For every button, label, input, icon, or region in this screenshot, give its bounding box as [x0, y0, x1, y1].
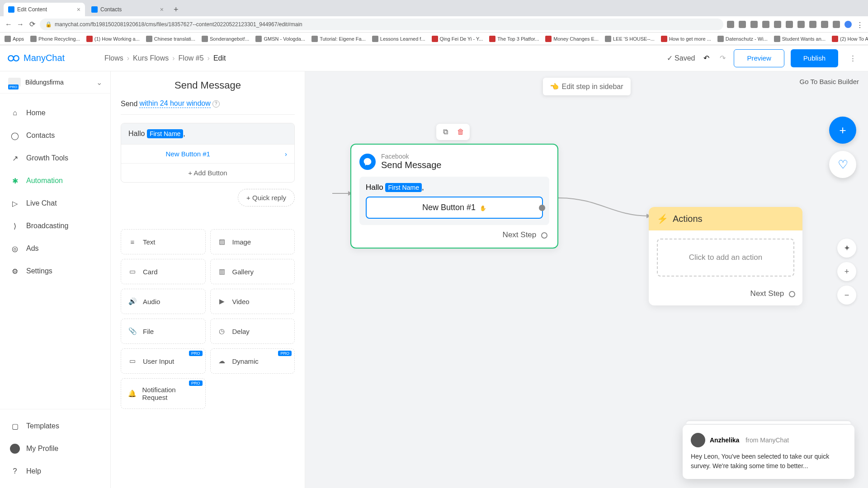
forward-icon[interactable]: →	[16, 20, 24, 28]
ext-icon[interactable]	[809, 21, 816, 28]
bookmark-item[interactable]: The Top 3 Platfor...	[489, 36, 539, 42]
image-icon: ▨	[217, 237, 227, 247]
block-audio[interactable]: 🔊Audio	[121, 289, 206, 314]
actions-node[interactable]: ⚡ Actions Click to add an action Next St…	[649, 207, 802, 305]
nav-broadcasting[interactable]: ⟩Broadcasting	[0, 215, 110, 237]
message-button-row[interactable]: New Button #1 ›	[121, 144, 294, 163]
quick-reply-button[interactable]: + Quick reply	[238, 189, 295, 206]
ext-icon[interactable]	[727, 21, 734, 28]
ext-icon[interactable]	[774, 21, 781, 28]
new-tab-button[interactable]: +	[170, 3, 182, 16]
crumb[interactable]: Flows	[104, 54, 123, 62]
nav-help[interactable]: ?Help	[0, 460, 110, 483]
bookmark-item[interactable]: Apps	[5, 36, 24, 42]
node-button[interactable]: New Button #1 ✋	[366, 197, 543, 219]
nav-contacts[interactable]: ◯Contacts	[0, 124, 110, 147]
block-text[interactable]: ≡Text	[121, 229, 206, 254]
browser-tab[interactable]: Contacts ×	[87, 3, 168, 16]
bookmark-item[interactable]: (2) How To Add A...	[832, 36, 868, 42]
back-icon[interactable]: ←	[5, 20, 13, 28]
bookmark-item[interactable]: Lessons Learned f...	[372, 36, 425, 42]
block-video[interactable]: ▶Video	[210, 289, 295, 314]
connector-dot[interactable]	[539, 205, 545, 211]
app-logo[interactable]: ManyChat	[7, 52, 104, 65]
nav-ads[interactable]: ◎Ads	[0, 237, 110, 260]
undo-button[interactable]: ↶	[701, 53, 711, 63]
ext-icon[interactable]	[739, 21, 746, 28]
basic-builder-link[interactable]: Go To Basic Builder	[800, 78, 859, 85]
bookmark-item[interactable]: Sonderangebot!...	[202, 36, 249, 42]
ext-icon[interactable]	[750, 21, 758, 28]
bookmark-item[interactable]: GMSN - Vologda...	[255, 36, 305, 42]
bookmark-item[interactable]: Student Wants an...	[774, 36, 826, 42]
connector-open[interactable]	[789, 291, 795, 297]
block-image[interactable]: ▨Image	[210, 229, 295, 254]
connector-open[interactable]	[541, 232, 547, 239]
block-file[interactable]: 📎File	[121, 319, 206, 344]
preview-button[interactable]: Preview	[734, 49, 784, 67]
add-node-button[interactable]: +	[829, 117, 856, 144]
nav-profile[interactable]: My Profile	[0, 437, 110, 460]
bookmark-item[interactable]: How to get more ...	[661, 36, 711, 42]
close-icon[interactable]: ×	[77, 6, 80, 13]
more-menu-button[interactable]: ⋮	[844, 49, 861, 67]
bookmark-item[interactable]: Money Changes E...	[545, 36, 599, 42]
workspace-switcher[interactable]: Bildungsfirma ⌄	[0, 71, 110, 94]
bookmark-item[interactable]: Chinese translati...	[146, 36, 195, 42]
ext-icon[interactable]	[762, 21, 769, 28]
support-chat-popup[interactable]: Anzhelika from ManyChat Hey Leon, You've…	[683, 425, 854, 479]
gallery-icon: ▥	[217, 267, 227, 277]
url-input[interactable]: 🔒 manychat.com/fb198150208192061​8/cms/f…	[40, 19, 723, 30]
message-text[interactable]: Hallo First Name,	[121, 123, 294, 144]
ext-icon[interactable]	[821, 21, 828, 28]
ext-icon[interactable]	[786, 21, 793, 28]
block-dynamic[interactable]: ☁DynamicPRO	[210, 348, 295, 374]
block-card[interactable]: ▭Card	[121, 259, 206, 284]
bookmark-item[interactable]: Phone Recycling...	[30, 36, 80, 42]
bookmark-item[interactable]: Tutorial: Eigene Fa...	[311, 36, 366, 42]
nav-automation[interactable]: ✱Automation	[0, 169, 110, 192]
info-icon[interactable]: ?	[212, 100, 220, 108]
pointer-icon: 👈	[550, 82, 559, 91]
send-window-link[interactable]: within 24 hour window	[139, 99, 210, 108]
nav-settings[interactable]: ⚙Settings	[0, 260, 110, 282]
nav-templates[interactable]: ▢Templates	[0, 415, 110, 437]
nav-livechat[interactable]: ▷Live Chat	[0, 192, 110, 215]
duplicate-icon[interactable]: ⧉	[441, 127, 450, 136]
nav-home[interactable]: ⌂Home	[0, 102, 110, 124]
send-message-node[interactable]: Facebook Send Message Hallo First Name, …	[350, 144, 558, 249]
add-button-row[interactable]: + Add Button	[121, 163, 294, 182]
actions-next-step[interactable]: Next Step	[649, 285, 802, 305]
zoom-in-button[interactable]: +	[837, 262, 856, 281]
node-text: Hallo First Name,	[366, 183, 543, 192]
zoom-out-button[interactable]: −	[837, 286, 856, 305]
flow-canvas[interactable]: 👈 Edit step in sidebar Go To Basic Build…	[305, 71, 868, 488]
menu-icon[interactable]: ⋮	[856, 21, 863, 28]
node-body[interactable]: Hallo First Name, New Button #1 ✋	[359, 177, 549, 225]
block-userinput[interactable]: ▭User InputPRO	[121, 348, 206, 374]
crumb[interactable]: Flow #5	[179, 54, 204, 62]
trash-icon[interactable]: 🗑	[456, 127, 465, 136]
edit-step-chip[interactable]: 👈 Edit step in sidebar	[542, 78, 630, 95]
bookmark-item[interactable]: Datenschutz - Wi...	[717, 36, 768, 42]
bookmark-item[interactable]: LEE 'S HOUSE--...	[605, 36, 655, 42]
profile-avatar-icon[interactable]	[844, 21, 852, 28]
message-block[interactable]: Hallo First Name, New Button #1 › + Add …	[121, 123, 295, 183]
block-delay[interactable]: ◷Delay	[210, 319, 295, 344]
bookmark-item[interactable]: (1) How Working a...	[86, 36, 140, 42]
auto-layout-button[interactable]: ✦	[837, 239, 856, 258]
ext-icon[interactable]	[797, 21, 805, 28]
add-action-placeholder[interactable]: Click to add an action	[657, 239, 794, 277]
crumb[interactable]: Kurs Flows	[133, 54, 169, 62]
browser-tab-active[interactable]: Edit Content ×	[4, 3, 85, 16]
close-icon[interactable]: ×	[160, 6, 164, 13]
ext-icon[interactable]	[833, 21, 840, 28]
bookmark-item[interactable]: Qing Fei De Yi - Y...	[432, 36, 483, 42]
block-gallery[interactable]: ▥Gallery	[210, 259, 295, 284]
favorite-button[interactable]: ♡	[829, 151, 856, 178]
publish-button[interactable]: Publish	[791, 49, 838, 67]
node-next-step[interactable]: Next Step	[359, 225, 549, 239]
reload-icon[interactable]: ⟳	[28, 20, 36, 28]
block-notification[interactable]: 🔔Notification RequestPRO	[121, 378, 206, 409]
nav-growth[interactable]: ↗Growth Tools	[0, 147, 110, 169]
